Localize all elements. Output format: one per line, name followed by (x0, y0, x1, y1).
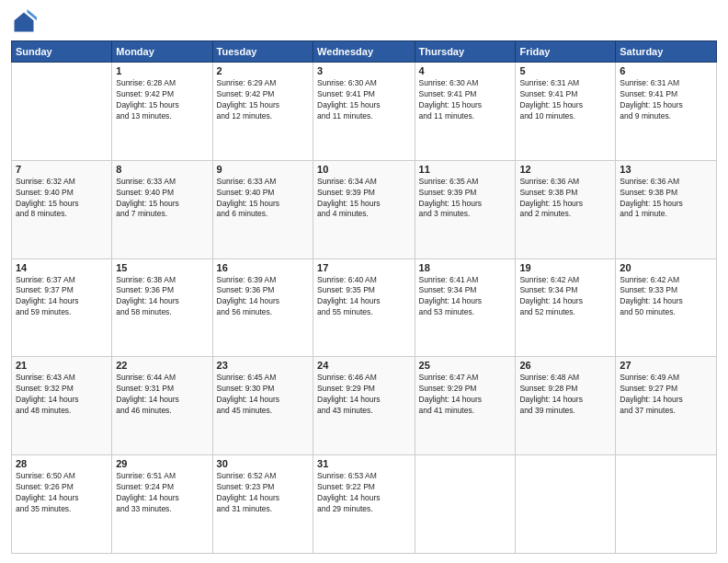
cell-content: Sunrise: 6:42 AM Sunset: 9:34 PM Dayligh… (519, 275, 611, 319)
calendar-week-row: 7Sunrise: 6:32 AM Sunset: 9:40 PM Daylig… (12, 160, 717, 259)
day-number: 28 (16, 458, 108, 469)
day-number: 15 (116, 262, 208, 273)
cell-content: Sunrise: 6:46 AM Sunset: 9:29 PM Dayligh… (317, 373, 410, 417)
column-header-friday: Friday (516, 41, 616, 63)
cell-content: Sunrise: 6:32 AM Sunset: 9:40 PM Dayligh… (16, 177, 108, 221)
cell-content: Sunrise: 6:36 AM Sunset: 9:38 PM Dayligh… (620, 177, 712, 221)
calendar-cell: 5Sunrise: 6:31 AM Sunset: 9:41 PM Daylig… (516, 63, 616, 161)
calendar-cell: 7Sunrise: 6:32 AM Sunset: 9:40 PM Daylig… (12, 160, 112, 259)
calendar-cell: 29Sunrise: 6:51 AM Sunset: 9:24 PM Dayli… (112, 455, 212, 554)
column-header-saturday: Saturday (616, 41, 717, 63)
calendar-cell: 12Sunrise: 6:36 AM Sunset: 9:38 PM Dayli… (516, 160, 616, 259)
calendar-cell: 17Sunrise: 6:40 AM Sunset: 9:35 PM Dayli… (313, 259, 415, 357)
cell-content: Sunrise: 6:41 AM Sunset: 9:34 PM Dayligh… (419, 275, 512, 319)
column-header-sunday: Sunday (12, 41, 112, 63)
calendar-cell: 16Sunrise: 6:39 AM Sunset: 9:36 PM Dayli… (212, 259, 313, 357)
cell-content: Sunrise: 6:52 AM Sunset: 9:23 PM Dayligh… (217, 471, 309, 515)
cell-content: Sunrise: 6:33 AM Sunset: 9:40 PM Dayligh… (116, 177, 208, 221)
calendar-week-row: 1Sunrise: 6:28 AM Sunset: 9:42 PM Daylig… (12, 63, 717, 161)
calendar-cell: 26Sunrise: 6:48 AM Sunset: 9:28 PM Dayli… (516, 357, 616, 455)
day-number: 14 (16, 262, 108, 273)
calendar-cell (12, 63, 112, 161)
calendar-cell: 10Sunrise: 6:34 AM Sunset: 9:39 PM Dayli… (313, 160, 415, 259)
day-number: 21 (16, 360, 108, 371)
calendar-cell: 23Sunrise: 6:45 AM Sunset: 9:30 PM Dayli… (212, 357, 313, 455)
column-header-thursday: Thursday (415, 41, 516, 63)
day-number: 10 (317, 164, 410, 175)
calendar-cell (415, 455, 516, 554)
column-header-tuesday: Tuesday (212, 41, 313, 63)
logo (11, 9, 40, 35)
calendar-cell: 3Sunrise: 6:30 AM Sunset: 9:41 PM Daylig… (313, 63, 415, 161)
cell-content: Sunrise: 6:37 AM Sunset: 9:37 PM Dayligh… (16, 275, 108, 319)
calendar-cell: 30Sunrise: 6:52 AM Sunset: 9:23 PM Dayli… (212, 455, 313, 554)
cell-content: Sunrise: 6:39 AM Sunset: 9:36 PM Dayligh… (217, 275, 309, 319)
calendar-header-row: SundayMondayTuesdayWednesdayThursdayFrid… (12, 41, 717, 63)
calendar-week-row: 28Sunrise: 6:50 AM Sunset: 9:26 PM Dayli… (12, 455, 717, 554)
cell-content: Sunrise: 6:44 AM Sunset: 9:31 PM Dayligh… (116, 373, 208, 417)
cell-content: Sunrise: 6:38 AM Sunset: 9:36 PM Dayligh… (116, 275, 208, 319)
column-header-monday: Monday (112, 41, 212, 63)
cell-content: Sunrise: 6:51 AM Sunset: 9:24 PM Dayligh… (116, 471, 208, 515)
calendar-cell: 19Sunrise: 6:42 AM Sunset: 9:34 PM Dayli… (516, 259, 616, 357)
cell-content: Sunrise: 6:31 AM Sunset: 9:41 PM Dayligh… (519, 78, 611, 122)
calendar-cell: 11Sunrise: 6:35 AM Sunset: 9:39 PM Dayli… (415, 160, 516, 259)
day-number: 25 (419, 360, 512, 371)
calendar-cell: 2Sunrise: 6:29 AM Sunset: 9:42 PM Daylig… (212, 63, 313, 161)
calendar-cell: 28Sunrise: 6:50 AM Sunset: 9:26 PM Dayli… (12, 455, 112, 554)
header (11, 9, 717, 35)
day-number: 7 (16, 164, 108, 175)
calendar-cell: 4Sunrise: 6:30 AM Sunset: 9:41 PM Daylig… (415, 63, 516, 161)
calendar-cell: 14Sunrise: 6:37 AM Sunset: 9:37 PM Dayli… (12, 259, 112, 357)
calendar-page: SundayMondayTuesdayWednesdayThursdayFrid… (0, 0, 728, 563)
day-number: 4 (419, 65, 512, 76)
calendar-cell: 22Sunrise: 6:44 AM Sunset: 9:31 PM Dayli… (112, 357, 212, 455)
cell-content: Sunrise: 6:28 AM Sunset: 9:42 PM Dayligh… (116, 78, 208, 122)
calendar-cell (616, 455, 717, 554)
day-number: 16 (217, 262, 309, 273)
column-header-wednesday: Wednesday (313, 41, 415, 63)
day-number: 5 (519, 65, 611, 76)
day-number: 12 (519, 164, 611, 175)
cell-content: Sunrise: 6:40 AM Sunset: 9:35 PM Dayligh… (317, 275, 410, 319)
calendar-cell: 1Sunrise: 6:28 AM Sunset: 9:42 PM Daylig… (112, 63, 212, 161)
day-number: 1 (116, 65, 208, 76)
day-number: 30 (217, 458, 309, 469)
cell-content: Sunrise: 6:47 AM Sunset: 9:29 PM Dayligh… (419, 373, 512, 417)
cell-content: Sunrise: 6:45 AM Sunset: 9:30 PM Dayligh… (217, 373, 309, 417)
calendar-cell: 18Sunrise: 6:41 AM Sunset: 9:34 PM Dayli… (415, 259, 516, 357)
cell-content: Sunrise: 6:49 AM Sunset: 9:27 PM Dayligh… (620, 373, 712, 417)
day-number: 18 (419, 262, 512, 273)
day-number: 26 (519, 360, 611, 371)
calendar-cell: 31Sunrise: 6:53 AM Sunset: 9:22 PM Dayli… (313, 455, 415, 554)
cell-content: Sunrise: 6:42 AM Sunset: 9:33 PM Dayligh… (620, 275, 712, 319)
calendar-cell: 20Sunrise: 6:42 AM Sunset: 9:33 PM Dayli… (616, 259, 717, 357)
calendar-cell: 6Sunrise: 6:31 AM Sunset: 9:41 PM Daylig… (616, 63, 717, 161)
cell-content: Sunrise: 6:33 AM Sunset: 9:40 PM Dayligh… (217, 177, 309, 221)
calendar-cell: 24Sunrise: 6:46 AM Sunset: 9:29 PM Dayli… (313, 357, 415, 455)
day-number: 20 (620, 262, 712, 273)
cell-content: Sunrise: 6:29 AM Sunset: 9:42 PM Dayligh… (217, 78, 309, 122)
day-number: 3 (317, 65, 410, 76)
cell-content: Sunrise: 6:30 AM Sunset: 9:41 PM Dayligh… (317, 78, 410, 122)
day-number: 22 (116, 360, 208, 371)
calendar-cell (516, 455, 616, 554)
day-number: 2 (217, 65, 309, 76)
cell-content: Sunrise: 6:36 AM Sunset: 9:38 PM Dayligh… (519, 177, 611, 221)
calendar-table: SundayMondayTuesdayWednesdayThursdayFrid… (11, 40, 717, 554)
cell-content: Sunrise: 6:43 AM Sunset: 9:32 PM Dayligh… (16, 373, 108, 417)
calendar-cell: 8Sunrise: 6:33 AM Sunset: 9:40 PM Daylig… (112, 160, 212, 259)
calendar-cell: 21Sunrise: 6:43 AM Sunset: 9:32 PM Dayli… (12, 357, 112, 455)
day-number: 11 (419, 164, 512, 175)
day-number: 6 (620, 65, 712, 76)
day-number: 27 (620, 360, 712, 371)
day-number: 8 (116, 164, 208, 175)
cell-content: Sunrise: 6:34 AM Sunset: 9:39 PM Dayligh… (317, 177, 410, 221)
cell-content: Sunrise: 6:53 AM Sunset: 9:22 PM Dayligh… (317, 471, 410, 515)
cell-content: Sunrise: 6:48 AM Sunset: 9:28 PM Dayligh… (519, 373, 611, 417)
cell-content: Sunrise: 6:31 AM Sunset: 9:41 PM Dayligh… (620, 78, 712, 122)
day-number: 23 (217, 360, 309, 371)
day-number: 17 (317, 262, 410, 273)
cell-content: Sunrise: 6:30 AM Sunset: 9:41 PM Dayligh… (419, 78, 512, 122)
cell-content: Sunrise: 6:35 AM Sunset: 9:39 PM Dayligh… (419, 177, 512, 221)
